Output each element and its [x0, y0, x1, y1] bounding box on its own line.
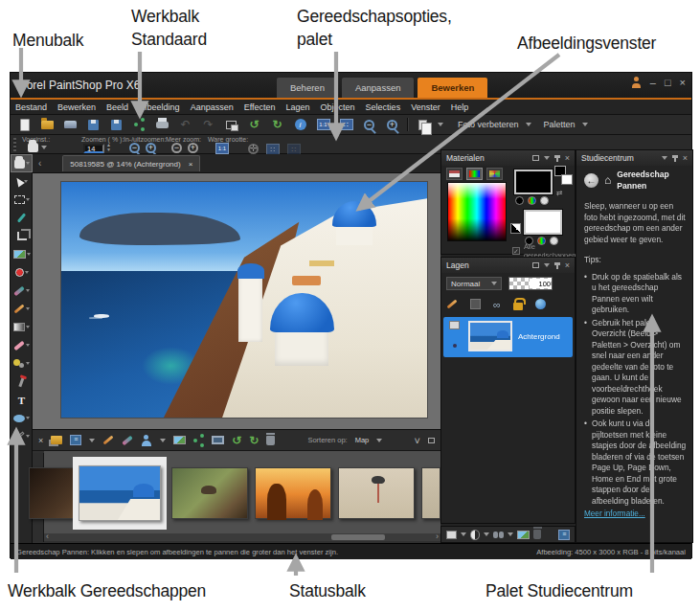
- red-eye-tool[interactable]: [11, 263, 33, 282]
- paletten-button[interactable]: Paletten: [544, 120, 576, 129]
- foreground-color-swatch[interactable]: [514, 170, 553, 194]
- folder-tree-icon[interactable]: [51, 436, 62, 444]
- float-panel-icon[interactable]: [532, 155, 539, 161]
- scroll-left[interactable]: ‹: [46, 532, 49, 541]
- menu-lagen[interactable]: Lagen: [286, 102, 310, 112]
- quick-edit-icon[interactable]: [103, 435, 114, 444]
- layer-style-icon[interactable]: [470, 299, 481, 309]
- all-tools-checkbox[interactable]: ✓: [512, 247, 520, 255]
- dropdown-caret[interactable]: [160, 439, 166, 442]
- crop-tool[interactable]: [11, 227, 33, 245]
- actual-size-button[interactable]: [215, 143, 229, 154]
- link-layers-icon[interactable]: ∞: [493, 299, 501, 310]
- tab-beheren[interactable]: Beheren: [277, 78, 338, 98]
- menu-selecties[interactable]: Selecties: [366, 102, 401, 112]
- dropdown-caret[interactable]: [508, 532, 513, 536]
- tab-bewerken[interactable]: Bewerken: [418, 78, 487, 98]
- delete-layer-icon[interactable]: [533, 530, 542, 539]
- pan-center-icon[interactable]: ✛: [248, 144, 259, 154]
- menu-bestand[interactable]: Bestand: [15, 102, 47, 112]
- fit-window-icon[interactable]: [338, 117, 354, 132]
- layer-row-achtergrond[interactable]: Achtergrond: [443, 317, 573, 357]
- open-icon[interactable]: [39, 117, 56, 132]
- menu-help[interactable]: Help: [451, 102, 469, 112]
- back-icon[interactable]: ←: [584, 173, 598, 188]
- thumbnail-sunset[interactable]: [255, 467, 331, 519]
- zoom-in-icon[interactable]: +: [384, 117, 400, 132]
- layer-grid-icon[interactable]: ≡: [558, 530, 570, 540]
- menu-objecten[interactable]: Objecten: [321, 102, 355, 112]
- actual-size-icon[interactable]: [315, 117, 331, 132]
- text-tool[interactable]: T: [11, 391, 33, 409]
- new-layer-icon[interactable]: [446, 531, 457, 539]
- zoom-plus-icon[interactable]: +: [188, 143, 198, 153]
- eraser-tool[interactable]: [11, 336, 33, 354]
- view-layers-icon[interactable]: [493, 532, 498, 538]
- shape-tool[interactable]: [11, 409, 33, 427]
- tab-scroll-left[interactable]: ‹: [38, 158, 41, 169]
- delete-icon[interactable]: [266, 436, 275, 445]
- fg-color-button[interactable]: [515, 196, 524, 205]
- palette-grip[interactable]: [13, 138, 16, 151]
- new-mask-icon[interactable]: [470, 530, 481, 540]
- airbrush-tool[interactable]: [11, 373, 33, 391]
- gradient-tool[interactable]: [11, 318, 33, 336]
- foto-verbeteren-button[interactable]: Foto verbeteren: [458, 120, 519, 129]
- dropdown-caret[interactable]: [526, 123, 531, 126]
- straighten-tool[interactable]: [11, 245, 33, 263]
- fg-gradient-button[interactable]: [528, 196, 536, 205]
- new-icon[interactable]: [16, 117, 33, 132]
- thumbnail-stilt-bird[interactable]: [338, 467, 415, 519]
- minimize-button[interactable]: –: [650, 77, 656, 88]
- share-icon[interactable]: [131, 117, 147, 132]
- thumbnail-scrollbar[interactable]: ‹ ›: [44, 533, 440, 541]
- studiecentrum-close[interactable]: ×: [683, 153, 688, 163]
- dropdown-caret[interactable]: [438, 123, 443, 126]
- org-rotate-left-icon[interactable]: ↺: [232, 434, 241, 447]
- scroll-right[interactable]: ›: [436, 532, 439, 541]
- zoom-minus-icon[interactable]: −: [171, 143, 182, 153]
- pan-tool[interactable]: [11, 154, 33, 172]
- close-button[interactable]: ×: [680, 77, 686, 88]
- layer-image-icon[interactable]: [517, 531, 530, 539]
- menu-bewerken[interactable]: Bewerken: [57, 102, 96, 112]
- mini-bg-swatch[interactable]: [561, 174, 573, 185]
- dropdown-caret[interactable]: [582, 123, 588, 126]
- blend-mode-select[interactable]: Normaal: [446, 277, 502, 290]
- swap-colors-icon[interactable]: ⇄: [556, 189, 563, 197]
- transparency-swatch[interactable]: [510, 223, 521, 234]
- menu-afbeelding[interactable]: Afbeelding: [139, 102, 180, 112]
- preset-hand-button[interactable]: [28, 143, 47, 152]
- swatches-tab[interactable]: [486, 168, 503, 180]
- slideshow-icon[interactable]: [212, 436, 224, 444]
- sort-dropdown-caret[interactable]: [376, 439, 382, 442]
- pin-icon[interactable]: [556, 155, 558, 162]
- layer-page-icon[interactable]: [449, 321, 460, 329]
- pick-tool[interactable]: [11, 172, 33, 191]
- home-icon[interactable]: ⌂: [604, 175, 611, 187]
- tab-aanpassen[interactable]: Aanpassen: [342, 78, 415, 98]
- edit-layer-icon[interactable]: [446, 299, 457, 308]
- image-tab[interactable]: 50819585 @ 14% (Achtergrond) ×: [62, 155, 200, 171]
- dropper-tool[interactable]: [11, 209, 33, 227]
- dropdown-caret[interactable]: [89, 439, 95, 442]
- thumbnail-bird-stump[interactable]: [171, 467, 248, 519]
- rotate-right-icon[interactable]: ↻: [269, 117, 285, 132]
- color-picker-gradient[interactable]: [447, 182, 507, 241]
- scrollbar-thumb[interactable]: [331, 534, 385, 540]
- undo-icon[interactable]: ↶: [177, 117, 193, 132]
- zoom-spinner[interactable]: ▲▼: [106, 143, 111, 152]
- organizer-panel-menu[interactable]: [428, 438, 435, 443]
- pin-icon[interactable]: [556, 262, 558, 269]
- people-tag-icon[interactable]: [141, 435, 152, 446]
- pen-tool[interactable]: [11, 427, 33, 445]
- image-tab-close[interactable]: ×: [189, 160, 193, 169]
- frame-tab[interactable]: [446, 168, 463, 180]
- opacity-slider[interactable]: [508, 277, 553, 290]
- materialen-close[interactable]: ×: [565, 153, 570, 163]
- selection-tool[interactable]: [11, 191, 33, 209]
- account-icon[interactable]: [631, 77, 642, 88]
- opacity-input[interactable]: [530, 279, 551, 288]
- clone-tool[interactable]: [11, 354, 33, 373]
- scan-icon[interactable]: [62, 117, 79, 132]
